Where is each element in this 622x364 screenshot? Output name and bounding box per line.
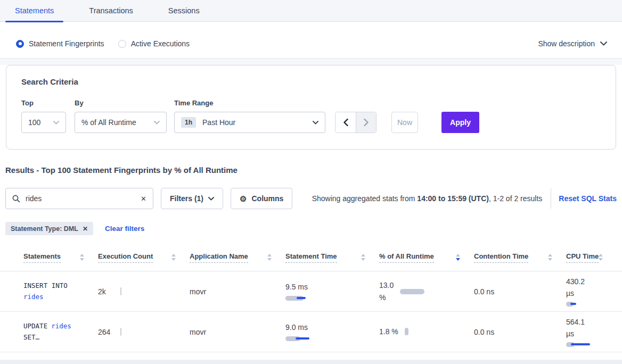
columns-label: Columns — [251, 194, 283, 203]
column-header-statements[interactable]: Statements — [23, 252, 98, 263]
sort-icon[interactable] — [599, 254, 603, 261]
statement-type-filter-chip[interactable]: Statement Type: DML ✕ — [5, 222, 93, 235]
apply-button[interactable]: Apply — [441, 112, 479, 133]
statement-search-box: ✕ — [5, 188, 153, 209]
search-icon — [12, 195, 20, 203]
view-toggle-row: Statement Fingerprints Active Executions… — [0, 22, 622, 59]
statement-time-bar — [285, 336, 323, 341]
top-label: Top — [21, 99, 66, 107]
sort-icon-descending[interactable] — [456, 254, 460, 261]
by-select[interactable]: % of All Runtime — [75, 112, 167, 133]
statement-link[interactable]: rides — [51, 322, 71, 330]
right-arrow-icon — [364, 119, 369, 126]
radio-selected-icon — [16, 40, 24, 48]
now-button[interactable]: Now — [391, 112, 418, 133]
left-arrow-icon — [343, 119, 348, 126]
statement-time-bar — [285, 296, 323, 301]
time-range-label: Time Range — [174, 99, 325, 107]
cpu-time-bar — [566, 342, 603, 347]
sort-icon[interactable] — [267, 254, 272, 261]
cpu-time-bar — [566, 302, 603, 307]
execution-count-cell: 264 — [98, 328, 190, 336]
top-select-value: 100 — [28, 118, 40, 127]
by-label: By — [75, 99, 167, 107]
column-header-cpu-time[interactable]: CPU Time — [566, 252, 617, 263]
column-header-execution-count[interactable]: Execution Count — [98, 252, 190, 263]
top-control: Top 100 — [21, 99, 66, 133]
pct-runtime-cell: 1.8 % — [379, 326, 474, 337]
time-range-value: Past Hour — [202, 118, 235, 127]
statement-time-cell: 9.5 ms — [285, 283, 379, 301]
chevron-down-icon — [600, 42, 607, 46]
cpu-time-cell: 564.1 µs — [566, 317, 617, 346]
statement-fingerprint-cell: UPDATErides SET… — [23, 321, 98, 343]
search-criteria-controls: Top 100 By % of All Runtime Ti — [21, 99, 601, 133]
chip-label: Statement Type: DML — [11, 225, 78, 233]
search-input[interactable] — [26, 194, 141, 203]
execution-count-bar — [120, 287, 121, 295]
top-select[interactable]: 100 — [21, 112, 66, 133]
reset-sql-stats-link[interactable]: Reset SQL Stats — [559, 194, 617, 203]
show-description-toggle[interactable]: Show description — [538, 39, 607, 48]
tab-statements[interactable]: Statements — [5, 1, 63, 21]
previous-time-button[interactable] — [335, 112, 356, 133]
chevron-down-icon — [208, 197, 214, 201]
statements-page: Statements Transactions Sessions Stateme… — [0, 0, 622, 364]
next-time-button[interactable] — [356, 112, 376, 133]
chevron-down-icon — [154, 121, 160, 125]
statement-fingerprint-cell: INSERT INTO rides — [23, 280, 98, 302]
radio-active-executions[interactable]: Active Executions — [118, 39, 190, 48]
tab-transactions[interactable]: Transactions — [79, 1, 142, 21]
remove-filter-icon[interactable]: ✕ — [83, 225, 88, 233]
table-header-row: Statements Execution Count Application N… — [0, 244, 622, 271]
application-name-cell: movr — [190, 328, 285, 336]
columns-button[interactable]: ⚙ Columns — [231, 188, 292, 209]
time-range-select[interactable]: 1h Past Hour — [174, 112, 325, 133]
filters-label: Filters (1) — [170, 194, 203, 203]
filters-button[interactable]: Filters (1) — [161, 188, 223, 209]
column-header-application-name[interactable]: Application Name — [190, 252, 285, 263]
sort-icon[interactable] — [171, 254, 176, 261]
chevron-down-icon — [53, 121, 59, 125]
results-controls: ✕ Filters (1) ⚙ Columns Showing aggregat… — [5, 188, 617, 209]
column-header-contention-time[interactable]: Contention Time — [474, 252, 566, 263]
contention-time-cell: 0.0 ns — [474, 287, 566, 296]
radio-label: Statement Fingerprints — [29, 39, 104, 48]
show-description-label: Show description — [538, 39, 595, 48]
page-bottom-strip — [0, 360, 622, 364]
pct-runtime-bar — [405, 328, 408, 335]
statement-link[interactable]: rides — [23, 293, 44, 301]
clear-filters-link[interactable]: Clear filters — [105, 225, 144, 233]
execution-count-cell: 2k — [98, 287, 190, 296]
sort-icon[interactable] — [548, 254, 552, 261]
execution-count-bar — [120, 328, 121, 336]
table-row[interactable]: INSERT INTO rides 2k movr 9.5 ms 13.0% 0… — [0, 271, 622, 312]
gear-icon: ⚙ — [240, 195, 247, 203]
time-range-control: Time Range 1h Past Hour — [174, 99, 325, 133]
application-name-cell: movr — [190, 287, 285, 296]
filter-chip-row: Statement Type: DML ✕ Clear filters — [5, 222, 617, 235]
by-select-value: % of All Runtime — [81, 118, 136, 127]
time-nav-arrows — [335, 112, 377, 133]
table-row[interactable]: UPDATErides SET… 264 movr 9.0 ms 1.8 % 0… — [0, 312, 622, 352]
statement-time-cell: 9.0 ms — [285, 323, 379, 341]
search-criteria-title: Search Criteria — [21, 77, 601, 86]
statements-table: Statements Execution Count Application N… — [0, 244, 622, 352]
pct-runtime-bar — [400, 289, 424, 294]
contention-time-cell: 0.0 ns — [474, 328, 566, 336]
cpu-time-cell: 430.2 µs — [566, 276, 617, 306]
chevron-down-icon — [313, 121, 318, 125]
column-header-pct-all-runtime[interactable]: % of All Runtime — [379, 252, 474, 263]
tab-sessions[interactable]: Sessions — [159, 1, 209, 21]
section-gap — [0, 59, 622, 65]
results-heading: Results - Top 100 Statement Fingerprints… — [5, 166, 617, 175]
sort-icon[interactable] — [80, 254, 84, 261]
column-header-statement-time[interactable]: Statement Time — [285, 252, 379, 263]
radio-statement-fingerprints[interactable]: Statement Fingerprints — [16, 39, 104, 48]
search-criteria-card: Search Criteria Top 100 By % of All Runt… — [6, 65, 616, 150]
sort-icon[interactable] — [361, 254, 365, 261]
clear-search-icon[interactable]: ✕ — [141, 195, 146, 203]
time-range-badge: 1h — [181, 117, 196, 128]
divider — [551, 188, 551, 209]
pct-runtime-cell: 13.0% — [379, 279, 474, 303]
